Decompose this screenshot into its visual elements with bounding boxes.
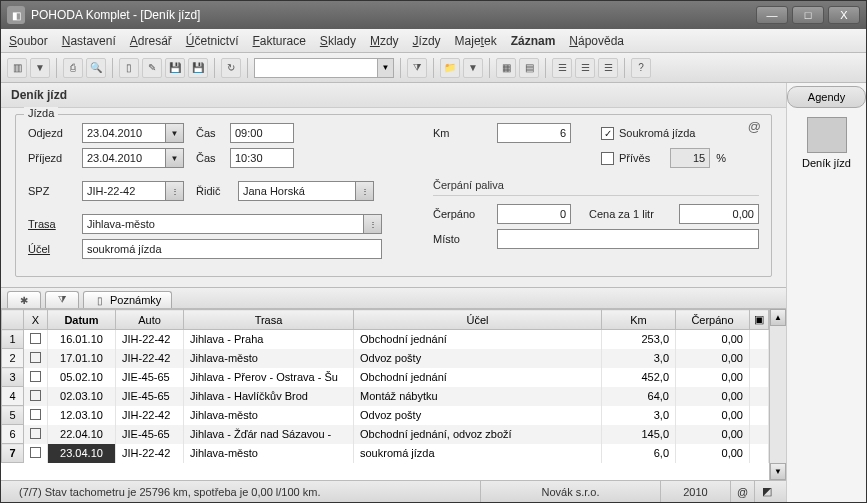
tool-save2-icon[interactable]: 💾	[188, 58, 208, 78]
status-tool-icon[interactable]: ◩	[754, 481, 778, 502]
tool-dd2-icon[interactable]: ▼	[463, 58, 483, 78]
col-km[interactable]: Km	[602, 310, 676, 330]
table-row[interactable]: 723.04.10JIH-22-42Jihlava-městosoukromá …	[2, 444, 769, 463]
tab-star[interactable]: ✱	[7, 291, 41, 308]
ridic-input[interactable]: Jana Horská	[238, 181, 356, 201]
menu-mzdy[interactable]: Mzdy	[370, 34, 399, 48]
trasa-input[interactable]: Jihlava-město	[82, 214, 364, 234]
cerpano-input[interactable]: 0	[497, 204, 571, 224]
col-trasa[interactable]: Trasa	[184, 310, 354, 330]
prives-pct: 15	[670, 148, 710, 168]
soukroma-check[interactable]: ✓	[601, 127, 614, 140]
scroll-up-icon[interactable]: ▲	[770, 309, 786, 326]
odjezd-date-dd[interactable]: ▼	[166, 123, 184, 143]
col-ucel[interactable]: Účel	[354, 310, 602, 330]
tool-edit-icon[interactable]: ✎	[142, 58, 162, 78]
tool-doc-icon[interactable]: ▯	[119, 58, 139, 78]
misto-input[interactable]	[497, 229, 759, 249]
km-input[interactable]: 6	[497, 123, 571, 143]
side-header[interactable]: Agendy	[787, 86, 866, 108]
grid: X Datum Auto Trasa Účel Km Čerpáno ▣ 116…	[1, 309, 786, 480]
tab-filter[interactable]: ⧩	[45, 291, 79, 308]
at-icon[interactable]: @	[748, 119, 761, 134]
menu-sklady[interactable]: Sklady	[320, 34, 356, 48]
spz-input[interactable]: JIH-22-42	[82, 181, 166, 201]
tool-refresh-icon[interactable]: ↻	[221, 58, 241, 78]
vscrollbar[interactable]: ▲ ▼	[769, 309, 786, 480]
status-at-icon[interactable]: @	[730, 481, 754, 502]
menu-nápověda[interactable]: Nápověda	[569, 34, 624, 48]
menu-jízdy[interactable]: Jízdy	[413, 34, 441, 48]
tool-preview-icon[interactable]: 🔍	[86, 58, 106, 78]
menu-účetnictví[interactable]: Účetnictví	[186, 34, 239, 48]
tool-save-icon[interactable]: 💾	[165, 58, 185, 78]
tool-calc-icon[interactable]: ▦	[496, 58, 516, 78]
cena-input[interactable]: 0,00	[679, 204, 759, 224]
filter-icon: ⧩	[56, 294, 68, 306]
tool-b-icon[interactable]: ☰	[575, 58, 595, 78]
odjezd-label: Odjezd	[28, 127, 82, 139]
chevron-down-icon: ▼	[377, 59, 393, 77]
titlebar: ◧ POHODA Komplet - [Deník jízd] — □ X	[1, 1, 866, 29]
prijezd-label: Příjezd	[28, 152, 82, 164]
menu-fakturace[interactable]: Fakturace	[252, 34, 305, 48]
menu-záznam[interactable]: Záznam	[511, 34, 556, 48]
menu-adresář[interactable]: Adresář	[130, 34, 172, 48]
col-cerpano[interactable]: Čerpáno	[676, 310, 750, 330]
table-row[interactable]: 217.01.10JIH-22-42Jihlava-městoOdvoz poš…	[2, 349, 769, 368]
close-button[interactable]: X	[828, 6, 860, 24]
col-rownum[interactable]	[2, 310, 24, 330]
side-agenda-icon[interactable]	[807, 117, 847, 153]
tab-notes[interactable]: ▯Poznámky	[83, 291, 172, 308]
status-left: (7/7) Stav tachometru je 25796 km, spotř…	[9, 481, 480, 502]
tool-folder-icon[interactable]: 📁	[440, 58, 460, 78]
tool-help-icon[interactable]: ?	[631, 58, 651, 78]
ucel-label: Účel	[28, 243, 82, 255]
col-scroll[interactable]: ▣	[750, 310, 769, 330]
soukroma-label: Soukromá jízda	[619, 127, 695, 139]
scroll-down-icon[interactable]: ▼	[770, 463, 786, 480]
app-icon: ◧	[7, 6, 25, 24]
menu-majetek[interactable]: Majetek	[455, 34, 497, 48]
menu-nastavení[interactable]: Nastavení	[62, 34, 116, 48]
tool-cal-icon[interactable]: ▤	[519, 58, 539, 78]
tool-print-icon[interactable]: ⎙	[63, 58, 83, 78]
minimize-button[interactable]: —	[756, 6, 788, 24]
col-datum[interactable]: Datum	[48, 310, 116, 330]
ridic-dd[interactable]: ⋮	[356, 181, 374, 201]
spz-dd[interactable]: ⋮	[166, 181, 184, 201]
tool-c-icon[interactable]: ☰	[598, 58, 618, 78]
tool-new-icon[interactable]: ▥	[7, 58, 27, 78]
ridic-label: Řidič	[196, 185, 238, 197]
cerpani-header: Čerpání paliva	[433, 179, 759, 191]
km-label: Km	[433, 127, 497, 139]
tool-dd-icon[interactable]: ▼	[30, 58, 50, 78]
table-row[interactable]: 512.03.10JIH-22-42Jihlava-městoOdvoz poš…	[2, 406, 769, 425]
table-row[interactable]: 622.04.10JIE-45-65Jihlava - Žďár nad Sáz…	[2, 425, 769, 444]
table-row[interactable]: 305.02.10JIE-45-65Jihlava - Přerov - Ost…	[2, 368, 769, 387]
col-x[interactable]: X	[24, 310, 48, 330]
odjezd-cas-label: Čas	[196, 127, 230, 139]
prijezd-date-input[interactable]: 23.04.2010	[82, 148, 166, 168]
maximize-button[interactable]: □	[792, 6, 824, 24]
menu-soubor[interactable]: Soubor	[9, 34, 48, 48]
col-auto[interactable]: Auto	[116, 310, 184, 330]
table-row[interactable]: 402.03.10JIE-45-65Jihlava - Havlíčkův Br…	[2, 387, 769, 406]
odjezd-cas-input[interactable]: 09:00	[230, 123, 294, 143]
prives-check[interactable]	[601, 152, 614, 165]
odjezd-date-input[interactable]: 23.04.2010	[82, 123, 166, 143]
trasa-dd[interactable]: ⋮	[364, 214, 382, 234]
app-window: ◧ POHODA Komplet - [Deník jízd] — □ X So…	[0, 0, 867, 503]
prijezd-date-dd[interactable]: ▼	[166, 148, 184, 168]
prijezd-cas-input[interactable]: 10:30	[230, 148, 294, 168]
cerpano-label: Čerpáno	[433, 208, 497, 220]
tool-filter-icon[interactable]: ⧩	[407, 58, 427, 78]
table-row[interactable]: 116.01.10JIH-22-42Jihlava - PrahaObchodn…	[2, 330, 769, 349]
prives-label: Přívěs	[619, 152, 650, 164]
section-title: Deník jízd	[1, 83, 786, 108]
misto-label: Místo	[433, 233, 497, 245]
tool-a-icon[interactable]: ☰	[552, 58, 572, 78]
ucel-input[interactable]: soukromá jízda	[82, 239, 382, 259]
tool-combo[interactable]: ▼	[254, 58, 394, 78]
menubar: SouborNastaveníAdresářÚčetnictvíFakturac…	[1, 29, 866, 53]
